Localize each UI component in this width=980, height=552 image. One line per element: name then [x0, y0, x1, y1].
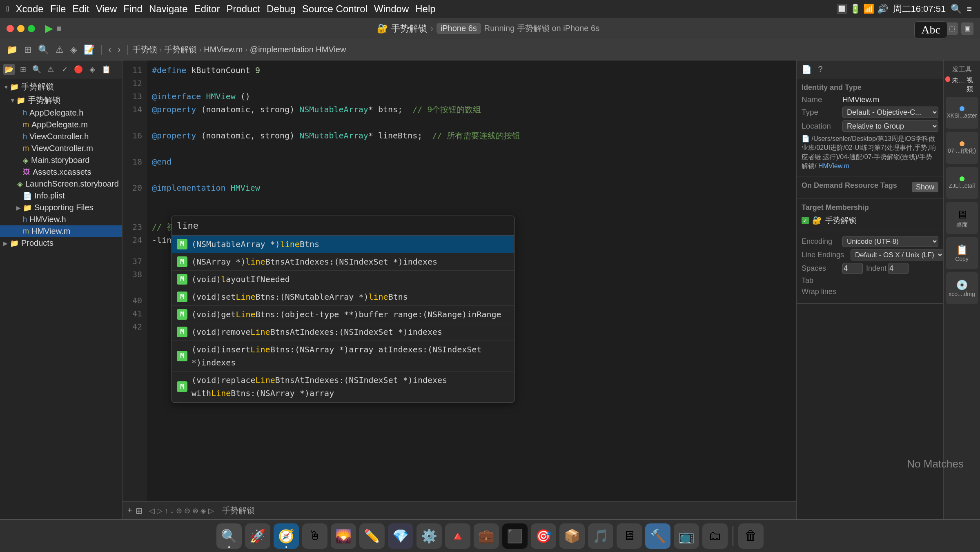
- folder-icon[interactable]: 📁: [5, 43, 19, 57]
- dock-item-tv[interactable]: 📺: [674, 523, 699, 549]
- annotation-icon[interactable]: 📝: [82, 43, 96, 57]
- ac-item-6[interactable]: M (void)insertLineBtns:(NSArray *)array …: [172, 341, 514, 372]
- ac-item-4[interactable]: M (void)getLineBtns:(object-type **)buff…: [172, 306, 514, 323]
- dock-item-sketch[interactable]: 💎: [388, 523, 413, 549]
- breakpoint-icon[interactable]: ◈: [69, 43, 79, 57]
- nav-tests-icon[interactable]: ✓: [59, 64, 70, 75]
- search-filter-icon[interactable]: 🔍: [36, 43, 51, 57]
- dock-item-photos[interactable]: 🌄: [331, 523, 356, 549]
- close-button[interactable]: [7, 25, 14, 32]
- menu-window[interactable]: Window: [374, 3, 409, 15]
- show-button[interactable]: Show: [912, 182, 938, 192]
- tree-viewcontroller-m[interactable]: m ViewController.m: [0, 142, 122, 154]
- code-area[interactable]: 11 12 13 14 15 16 17 18 19 20 21 22 23 2…: [122, 60, 796, 501]
- menu-debug[interactable]: Debug: [267, 3, 296, 15]
- list-icon[interactable]: ≡: [967, 4, 972, 14]
- dock-item-app4[interactable]: 📦: [559, 523, 585, 549]
- dock-item-pencil[interactable]: ✏️: [359, 523, 385, 549]
- breadcrumb-1[interactable]: 手势锁: [133, 44, 157, 55]
- type-field-select[interactable]: Default - Objective-C...: [842, 107, 938, 118]
- ac-item-7[interactable]: M (void)replaceLineBtnsAtIndexes:(NSInde…: [172, 372, 514, 402]
- breadcrumb-2[interactable]: 手势解锁: [164, 44, 197, 55]
- dock-item-files[interactable]: 🗂: [702, 523, 728, 549]
- encoding-select[interactable]: Unicode (UTF-8): [842, 236, 938, 247]
- dock-item-mouse[interactable]: 🖱: [302, 523, 327, 549]
- tree-info-plist[interactable]: 📄 Info.plist: [0, 190, 122, 202]
- dock-item-terminal[interactable]: ⬛: [502, 523, 528, 549]
- nav-breakpoints-icon[interactable]: ◈: [87, 64, 98, 75]
- frp-item-dmg[interactable]: 💿 xco....dmg: [946, 272, 978, 304]
- menu-edit[interactable]: Edit: [72, 3, 89, 15]
- menu-source-control[interactable]: Source Control: [302, 3, 368, 15]
- menu-find[interactable]: Find: [123, 3, 143, 15]
- dock-item-settings[interactable]: ⚙️: [416, 523, 442, 549]
- breadcrumb-4[interactable]: @implementation HMView: [250, 45, 346, 54]
- nav-reports-icon[interactable]: 📋: [100, 64, 112, 75]
- warning-icon[interactable]: ⚠: [54, 43, 65, 57]
- ac-item-2[interactable]: M (void)layoutIfNeeded: [172, 271, 514, 288]
- tree-assets[interactable]: 🖼 Assets.xcassets: [0, 166, 122, 178]
- nav-warnings-icon[interactable]: ⚠: [45, 64, 56, 75]
- apple-menu-icon[interactable]: : [7, 5, 9, 13]
- tree-viewcontroller-h[interactable]: h ViewController.h: [0, 131, 122, 142]
- hierarchical-icon[interactable]: ⊞: [22, 43, 33, 57]
- search-icon[interactable]: 🔍: [951, 4, 962, 14]
- target-checkbox[interactable]: ✓: [802, 217, 809, 224]
- ac-item-0[interactable]: M (NSMutableArray *)lineBtns: [172, 236, 514, 253]
- tree-appdelegate-h[interactable]: h AppDelegate.h: [0, 107, 122, 119]
- indent-input[interactable]: [888, 263, 909, 274]
- menu-navigate[interactable]: Navigate: [149, 3, 188, 15]
- tree-products[interactable]: ▶ 📁 Products: [0, 237, 122, 249]
- dock-item-xcode[interactable]: 🔨: [645, 523, 670, 549]
- tree-group-main[interactable]: ▼ 📁 手势解锁: [0, 93, 122, 107]
- menu-file[interactable]: File: [50, 3, 66, 15]
- ac-item-5[interactable]: M (void)removeLineBtnsAtIndexes:(NSIndex…: [172, 323, 514, 341]
- dock-item-trash[interactable]: 🗑: [738, 523, 764, 549]
- code-editor[interactable]: 11 12 13 14 15 16 17 18 19 20 21 22 23 2…: [122, 60, 796, 519]
- tree-hmview-m[interactable]: m HMView.m: [0, 225, 122, 237]
- location-field-select[interactable]: Relative to Group: [842, 120, 938, 132]
- add-file-icon[interactable]: +: [127, 506, 132, 515]
- nav-debug-icon[interactable]: 🔴: [73, 64, 84, 75]
- menu-xcode[interactable]: Xcode: [16, 3, 44, 15]
- inspector-quick-help-icon[interactable]: ?: [815, 64, 826, 75]
- dock-item-finder[interactable]: 🔍: [216, 523, 242, 549]
- ac-item-1[interactable]: M (NSArray *)lineBtnsAtIndexes:(NSIndexS…: [172, 253, 514, 271]
- menu-product[interactable]: Product: [226, 3, 260, 15]
- spaces-input[interactable]: [842, 263, 863, 274]
- frp-item-07[interactable]: 07-...(优化): [946, 132, 978, 164]
- frp-item-copy[interactable]: 📋 Copy: [946, 237, 978, 269]
- menu-editor[interactable]: Editor: [194, 3, 220, 15]
- back-button[interactable]: ‹: [107, 43, 113, 57]
- tree-appdelegate-m[interactable]: m AppDelegate.m: [0, 119, 122, 131]
- tree-hmview-h[interactable]: h HMView.h: [0, 214, 122, 225]
- dock-item-launchpad[interactable]: 🚀: [245, 523, 270, 549]
- dock-item-app3[interactable]: 🎯: [531, 523, 556, 549]
- dock-item-safari[interactable]: 🧭: [274, 523, 299, 549]
- split-view-icon[interactable]: ⊞: [136, 506, 143, 516]
- ac-item-3[interactable]: M (void)setLineBtns:(NSMutableArray *)li…: [172, 288, 514, 306]
- tree-launch-storyboard[interactable]: ◈ LaunchScreen.storyboard: [0, 178, 122, 190]
- forward-button[interactable]: ›: [116, 43, 122, 57]
- tree-main-storyboard[interactable]: ◈ Main.storyboard: [0, 154, 122, 166]
- inspector-file-icon[interactable]: 📄: [801, 64, 812, 75]
- nav-search-icon[interactable]: 🔍: [31, 64, 42, 75]
- tree-supporting-files[interactable]: ▶ 📁 Supporting Files: [0, 202, 122, 214]
- dock-item-app2[interactable]: 💼: [474, 523, 499, 549]
- menu-view[interactable]: View: [96, 3, 117, 15]
- run-button[interactable]: ▶: [45, 22, 53, 35]
- code-content[interactable]: #define kButtonCount 9 @interface HMView…: [147, 60, 796, 501]
- frp-item-xksi[interactable]: XKSi...aster: [946, 97, 978, 129]
- frp-item-desktop[interactable]: 🖥 桌面: [946, 202, 978, 234]
- autocomplete-dropdown[interactable]: line M (NSMutableArray *)lineBtns M (NSA…: [172, 216, 514, 403]
- layout-button[interactable]: ⬚: [946, 22, 958, 35]
- tree-project[interactable]: ▼ 📁 手势解锁: [0, 80, 122, 93]
- breadcrumb-3[interactable]: HMView.m: [204, 45, 243, 54]
- stop-button[interactable]: ■: [56, 23, 62, 34]
- minimize-button[interactable]: [17, 25, 24, 32]
- nav-files-icon[interactable]: 📂: [3, 64, 15, 75]
- frp-item-zjll[interactable]: ZJLl...etail: [946, 167, 978, 199]
- menu-help[interactable]: Help: [415, 3, 435, 15]
- layout2-button[interactable]: ▣: [961, 22, 973, 35]
- maximize-button[interactable]: [28, 25, 35, 32]
